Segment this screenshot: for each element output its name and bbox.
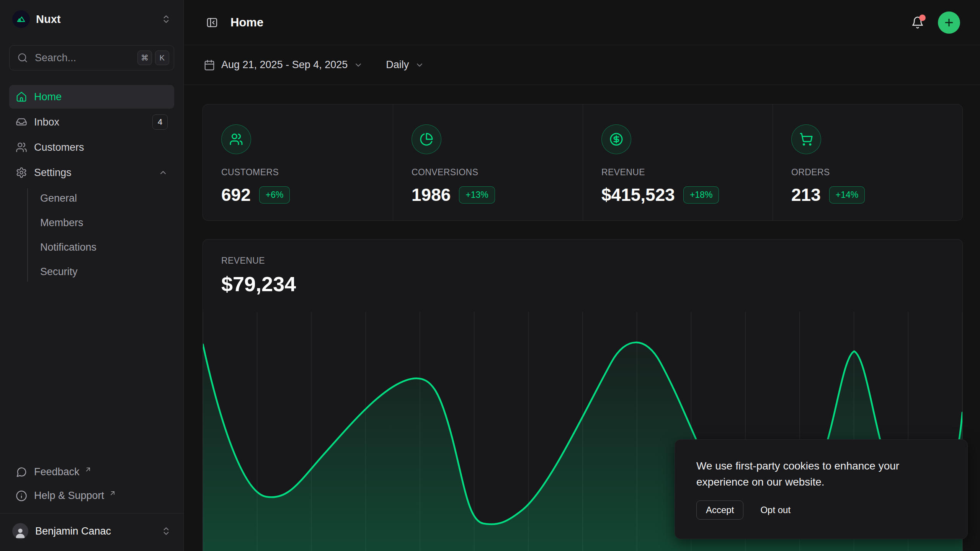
granularity-select[interactable]: Daily bbox=[386, 59, 424, 71]
sidebar-item-customers[interactable]: Customers bbox=[9, 135, 174, 159]
user-name: Benjamin Canac bbox=[35, 525, 154, 537]
sidebar-item-label: Customers bbox=[34, 142, 168, 153]
revenue-chart-value: $79,234 bbox=[221, 272, 944, 296]
search-icon bbox=[17, 52, 28, 63]
calendar-icon bbox=[204, 59, 215, 71]
cookie-message: We use first-party cookies to enhance yo… bbox=[696, 458, 946, 490]
app-root: Nuxt Search... ⌘ K Home bbox=[0, 0, 980, 551]
add-button[interactable] bbox=[938, 11, 960, 34]
external-link-icon bbox=[109, 489, 116, 497]
sidebar-item-label: Feedback bbox=[34, 466, 80, 478]
stat-revenue[interactable]: REVENUE $415,523 +18% bbox=[583, 104, 773, 221]
inbox-count-badge: 4 bbox=[152, 114, 168, 130]
pie-icon bbox=[412, 124, 441, 154]
stat-delta-badge: +14% bbox=[829, 186, 865, 204]
inbox-icon bbox=[16, 116, 27, 128]
chevrons-up-down-icon bbox=[161, 14, 171, 24]
kbd-k: K bbox=[155, 51, 169, 65]
sidebar-item-home[interactable]: Home bbox=[9, 85, 174, 109]
stat-value: $415,523 bbox=[601, 184, 675, 205]
stat-customers[interactable]: CUSTOMERS 692 +6% bbox=[203, 104, 393, 221]
accept-button[interactable]: Accept bbox=[696, 500, 743, 520]
sidebar-item-inbox[interactable]: Inbox 4 bbox=[9, 110, 174, 134]
search-placeholder: Search... bbox=[35, 52, 131, 64]
stats-row: CUSTOMERS 692 +6% CONVERSIONS 1986 bbox=[203, 104, 963, 221]
sidebar-item-label: Inbox bbox=[34, 116, 145, 128]
stat-value: 692 bbox=[221, 184, 251, 205]
stat-label: CONVERSIONS bbox=[412, 167, 564, 178]
date-range-value: Aug 21, 2025 - Sep 4, 2025 bbox=[221, 59, 348, 71]
avatar bbox=[12, 523, 28, 539]
sidebar-spacer bbox=[9, 284, 174, 460]
search-input[interactable]: Search... ⌘ K bbox=[9, 45, 174, 70]
kbd-meta: ⌘ bbox=[137, 51, 152, 65]
dollar-icon bbox=[601, 124, 631, 154]
stat-orders[interactable]: ORDERS 213 +14% bbox=[773, 104, 962, 221]
sidebar-subitem-notifications[interactable]: Notifications bbox=[40, 235, 174, 259]
sidebar-collapse-button[interactable] bbox=[204, 14, 220, 31]
stat-label: ORDERS bbox=[791, 167, 944, 178]
chevrons-up-down-icon bbox=[161, 526, 171, 536]
sidebar-item-label: Home bbox=[34, 91, 168, 103]
workspace-name: Nuxt bbox=[36, 13, 155, 26]
stat-conversions[interactable]: CONVERSIONS 1986 +13% bbox=[393, 104, 583, 221]
date-range-picker[interactable]: Aug 21, 2025 - Sep 4, 2025 bbox=[204, 59, 363, 71]
stat-label: CUSTOMERS bbox=[221, 167, 374, 178]
stat-value: 213 bbox=[791, 184, 821, 205]
opt-out-button[interactable]: Opt out bbox=[760, 505, 791, 515]
notification-dot bbox=[919, 15, 926, 21]
page-title: Home bbox=[230, 16, 263, 29]
filter-toolbar: Aug 21, 2025 - Sep 4, 2025 Daily bbox=[184, 45, 980, 85]
plus-icon bbox=[943, 17, 955, 28]
info-icon bbox=[16, 490, 27, 502]
sidebar-subitem-security[interactable]: Security bbox=[40, 259, 174, 284]
sidebar: Nuxt Search... ⌘ K Home bbox=[0, 0, 184, 551]
panel-left-icon bbox=[206, 16, 218, 29]
external-link-icon bbox=[84, 466, 92, 473]
users-icon bbox=[221, 124, 251, 154]
stat-delta-badge: +18% bbox=[683, 186, 719, 204]
gear-icon bbox=[16, 167, 27, 178]
granularity-value: Daily bbox=[386, 59, 409, 71]
chevron-down-icon bbox=[354, 60, 363, 70]
stat-delta-badge: +13% bbox=[459, 186, 495, 204]
sidebar-item-label: Settings bbox=[34, 167, 152, 179]
sidebar-subitem-general[interactable]: General bbox=[40, 186, 174, 210]
home-icon bbox=[16, 91, 27, 103]
search-shortcut: ⌘ K bbox=[137, 51, 169, 65]
message-icon bbox=[16, 466, 27, 478]
stat-value: 1986 bbox=[412, 184, 451, 205]
sidebar-item-label: Help & Support bbox=[34, 490, 104, 502]
stat-label: REVENUE bbox=[601, 167, 754, 178]
sidebar-item-help-support[interactable]: Help & Support bbox=[9, 484, 174, 508]
top-header: Home bbox=[184, 0, 980, 45]
sidebar-divider bbox=[0, 513, 183, 514]
cookie-banner: We use first-party cookies to enhance yo… bbox=[675, 439, 968, 539]
workspace-switcher[interactable]: Nuxt bbox=[9, 8, 174, 30]
chevron-up-icon bbox=[158, 168, 168, 177]
nuxt-logo-icon bbox=[12, 10, 30, 28]
settings-subnav: General Members Notifications Security bbox=[9, 186, 174, 284]
notifications-button[interactable] bbox=[909, 14, 926, 31]
sidebar-item-feedback[interactable]: Feedback bbox=[9, 460, 174, 484]
sidebar-nav: Home Inbox 4 Customers bbox=[9, 85, 174, 284]
sidebar-item-settings[interactable]: Settings bbox=[9, 161, 174, 184]
users-icon bbox=[16, 142, 27, 153]
sidebar-subitem-members[interactable]: Members bbox=[40, 210, 174, 235]
chevron-down-icon bbox=[415, 60, 424, 70]
cart-icon bbox=[791, 124, 821, 154]
stat-delta-badge: +6% bbox=[259, 186, 290, 204]
user-menu[interactable]: Benjamin Canac bbox=[9, 519, 174, 543]
revenue-chart-label: REVENUE bbox=[221, 256, 944, 266]
